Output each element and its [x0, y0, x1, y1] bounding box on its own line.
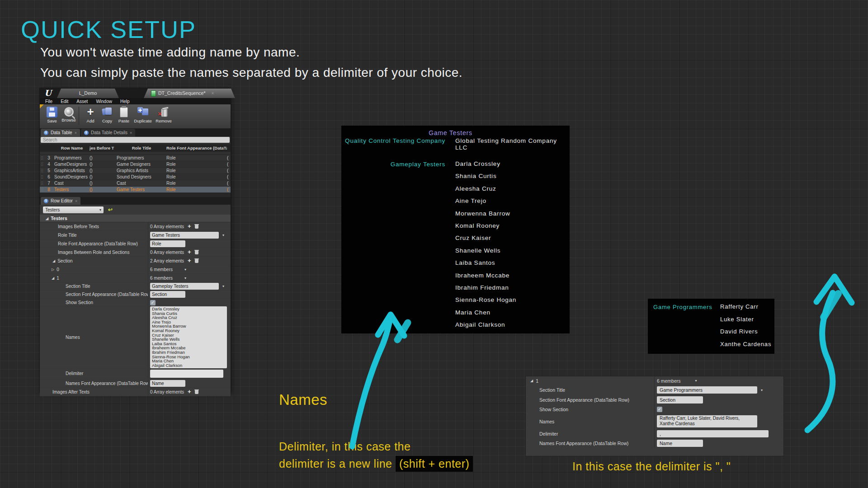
- credits-name: Xanthe Cardenas: [720, 338, 771, 351]
- duplicate-button[interactable]: Duplicate: [133, 107, 153, 123]
- menu-window[interactable]: Window: [96, 99, 112, 104]
- collapsed-arrow-icon[interactable]: ▷: [52, 267, 54, 272]
- section-font-input[interactable]: Section: [150, 291, 185, 298]
- credits-section: Gameplay Testers Darla Crossley Shania C…: [341, 161, 570, 331]
- tab-data-table[interactable]: i Data Table ×: [41, 129, 80, 136]
- tab-row-editor[interactable]: i Row Editor ×: [41, 197, 80, 205]
- table-row-selected[interactable]: 8 Testers () Game Testers Role (: [40, 187, 231, 193]
- trash-icon[interactable]: [195, 224, 199, 229]
- trash-icon[interactable]: [195, 389, 199, 394]
- expanded-arrow-icon[interactable]: ◢: [52, 276, 54, 280]
- copy-button[interactable]: Copy: [99, 107, 115, 123]
- red-x-icon: ×: [158, 110, 162, 117]
- arrow-up-right-head: [816, 277, 852, 303]
- credits-name: Shania Curtis: [455, 170, 516, 182]
- page-title: QUICK SETUP: [21, 15, 196, 43]
- tab-l-demo[interactable]: L_Demo: [57, 89, 119, 98]
- close-icon[interactable]: ×: [130, 131, 132, 135]
- section-detail-panel: ◢ 1 6 members ▾ Section Title Game Progr…: [526, 376, 783, 456]
- save-button[interactable]: Save: [44, 107, 60, 123]
- delimiter-input[interactable]: [150, 370, 223, 378]
- chevron-down-icon[interactable]: ▾: [184, 276, 186, 280]
- names-font-input[interactable]: Name: [657, 440, 703, 447]
- close-icon[interactable]: ×: [75, 199, 77, 203]
- remove-button[interactable]: × Remove: [154, 107, 173, 123]
- add-button[interactable]: + Add: [83, 107, 98, 123]
- menu-asset[interactable]: Asset: [76, 99, 88, 104]
- tab-dt-creditssequence[interactable]: DT_CreditsSequence* ×: [144, 89, 235, 98]
- menu-edit[interactable]: Edit: [61, 99, 68, 104]
- section-title-input[interactable]: Gameplay Testers: [150, 283, 219, 290]
- drag-handle-icon[interactable]: [41, 156, 43, 160]
- trash-icon[interactable]: [195, 250, 199, 254]
- prop-images-after: Images After Texts 0 Array elements +: [40, 388, 231, 396]
- drag-handle-icon[interactable]: [41, 188, 43, 192]
- trash-icon[interactable]: [195, 258, 199, 263]
- role-font-input[interactable]: Role: [150, 240, 185, 247]
- chevron-down-icon[interactable]: ▾: [695, 379, 697, 383]
- drag-handle-icon[interactable]: [41, 162, 43, 166]
- menu-help[interactable]: Help: [120, 99, 130, 104]
- names-input[interactable]: Rafferty Carr, Luke Slater, David Rivers…: [657, 415, 757, 427]
- header-images-before[interactable]: jes Before T: [90, 145, 117, 150]
- info-icon: i: [44, 199, 48, 203]
- save-icon: [47, 107, 57, 117]
- add-element-icon[interactable]: +: [188, 250, 191, 254]
- search-input[interactable]: Search: [41, 137, 230, 143]
- chevron-down-icon[interactable]: ▾: [761, 388, 763, 392]
- credits-name: Darla Crossley: [455, 158, 516, 170]
- chevron-down-icon: ▾: [99, 208, 101, 212]
- add-element-icon[interactable]: +: [188, 258, 191, 263]
- prop-section-element-1: ◢ 1 6 members ▾: [40, 274, 231, 282]
- prop-images-between: Images Between Role and Sections 0 Array…: [40, 248, 231, 257]
- prop-role-font: Role Font Appearance (DataTable Row) Rol…: [40, 239, 231, 248]
- paste-button[interactable]: Paste: [116, 107, 132, 123]
- drag-handle-icon[interactable]: [41, 169, 43, 173]
- credits-names-list: Darla Crossley Shania Curtis Aleesha Cru…: [455, 158, 516, 331]
- table-row[interactable]: 5 GraphicsArtists () Graphics Artists Ro…: [40, 168, 231, 174]
- menu-bar: File Edit Asset Window Help: [40, 98, 231, 104]
- show-section-checkbox[interactable]: ✓: [150, 300, 156, 305]
- show-section-checkbox[interactable]: ✓: [657, 407, 662, 412]
- credits-name: Shanelle Wells: [455, 244, 516, 257]
- table-row[interactable]: 7 Cast () Cast Role (: [40, 180, 231, 187]
- category-header-testers[interactable]: ◢ Testers: [40, 215, 231, 222]
- close-icon[interactable]: ×: [211, 89, 214, 98]
- add-element-icon[interactable]: +: [188, 389, 191, 394]
- add-icon: +: [85, 107, 96, 117]
- section-font-input[interactable]: Section: [657, 396, 703, 404]
- table-row[interactable]: 4 GameDesigners () Game Designers Role (: [40, 161, 231, 168]
- reset-to-default-icon[interactable]: ↩: [108, 206, 113, 213]
- drag-handle-icon[interactable]: [41, 175, 43, 179]
- table-row[interactable]: 3 Programmers () Programmers Role (: [40, 155, 231, 161]
- section-title-input[interactable]: Game Programmers: [657, 386, 757, 394]
- names-font-input[interactable]: Name: [150, 380, 185, 387]
- delimiter-input[interactable]: ,: [657, 430, 769, 437]
- info-icon: i: [84, 131, 89, 135]
- clipped-row: [40, 152, 231, 155]
- expanded-arrow-icon[interactable]: ◢: [530, 379, 533, 383]
- row-select-dropdown[interactable]: Testers ▾: [43, 206, 104, 213]
- chevron-down-icon[interactable]: ▾: [184, 267, 186, 272]
- header-role-font[interactable]: Role Font Appearance (DataTable Row): [166, 145, 227, 150]
- arrow-up-left: [352, 316, 391, 446]
- table-row[interactable]: 6 SoundDesigners () Sound Designers Role…: [40, 174, 231, 180]
- chevron-down-icon[interactable]: ▾: [222, 284, 224, 288]
- prop-section-font: Section Font Appearance (DataTable Row) …: [40, 291, 231, 299]
- menu-file[interactable]: File: [45, 99, 52, 104]
- header-row-name[interactable]: Row Name: [53, 145, 90, 150]
- header-role-title[interactable]: Role Title: [117, 145, 166, 150]
- credits-name: Cruz Kaiser: [455, 232, 516, 244]
- browse-button[interactable]: Browse: [61, 107, 76, 122]
- add-element-icon[interactable]: +: [188, 224, 191, 229]
- names-textarea[interactable]: Darla Crossley Shania Curtis Aleesha Cru…: [150, 306, 227, 368]
- chevron-down-icon[interactable]: ▾: [222, 233, 224, 237]
- credits-preview-small-panel: Game Programmers Rafferty Carr Luke Slat…: [648, 299, 774, 354]
- tab-data-table-details[interactable]: i Data Table Details ×: [81, 129, 135, 136]
- expanded-arrow-icon[interactable]: ◢: [52, 259, 55, 263]
- annotation-delimiter-line2: delimiter is a new line (shift + enter): [279, 457, 473, 470]
- drag-handle-icon[interactable]: [41, 181, 43, 185]
- unreal-logo-icon: U: [42, 88, 54, 98]
- role-title-input[interactable]: Game Testers: [150, 232, 219, 239]
- close-icon[interactable]: ×: [75, 131, 77, 135]
